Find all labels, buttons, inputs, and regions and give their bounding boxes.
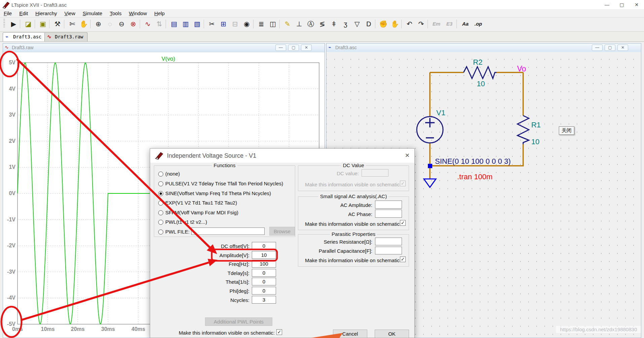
dialog-titlebar[interactable]: Independent Voltage Source - V1 ✕: [150, 149, 414, 163]
v1-ref-label[interactable]: V1: [436, 109, 445, 117]
resistor-r2[interactable]: [464, 67, 497, 79]
move-icon[interactable]: ✊: [378, 19, 388, 29]
schem-minimize-button[interactable]: —: [592, 44, 603, 51]
menu-hierarchy[interactable]: Hierarchy: [32, 10, 61, 17]
function-option-exp[interactable]: EXP(V1 V2 Td1 Tau1 Td2 Tau2): [158, 200, 237, 207]
print-preview-icon[interactable]: ◫: [268, 19, 278, 29]
plot-settings-icon[interactable]: ⇅: [154, 19, 164, 29]
r1-value-label[interactable]: 10: [531, 137, 539, 146]
sine-visible-checkbox[interactable]: [276, 329, 282, 335]
ac-amplitude-input[interactable]: [375, 201, 402, 209]
zoom-in-icon[interactable]: ⊕: [93, 19, 103, 29]
theta-input[interactable]: [252, 278, 276, 285]
additional-pwl-button[interactable]: Additional PWL Points: [205, 317, 272, 326]
voltage-source-v1[interactable]: [417, 117, 443, 143]
resistor-r1[interactable]: [517, 116, 529, 144]
vo-net-label[interactable]: Vo: [517, 64, 526, 73]
find-icon[interactable]: ◉: [242, 19, 252, 29]
diode-icon[interactable]: ▽: [352, 19, 362, 29]
zoom-full-extents-icon[interactable]: ⊗: [128, 19, 138, 29]
radio-icon[interactable]: [158, 210, 163, 215]
rotate-icon[interactable]: E3: [444, 19, 455, 29]
menu-view[interactable]: View: [61, 10, 79, 17]
undo-icon[interactable]: ↶: [405, 19, 415, 29]
menu-window[interactable]: Window: [125, 10, 150, 17]
freq-input[interactable]: [252, 260, 276, 268]
ok-button[interactable]: OK: [375, 330, 409, 338]
spice-directive-icon[interactable]: .op: [473, 19, 484, 29]
menu-file[interactable]: File: [0, 10, 15, 17]
parasitic-visible-checkbox[interactable]: [400, 256, 406, 262]
draft-wire-icon[interactable]: ✎: [282, 19, 293, 29]
control-panel-icon[interactable]: ⚒: [53, 19, 63, 29]
series-resistance-input[interactable]: [375, 238, 402, 245]
save-icon[interactable]: ▣: [38, 19, 48, 29]
app-minimize-button[interactable]: —: [600, 0, 614, 9]
ac-phase-input[interactable]: [375, 210, 402, 218]
tab-draft3-asc[interactable]: ⌁ Draft3.asc: [3, 32, 46, 41]
tdelay-input[interactable]: [252, 269, 276, 277]
schematic-window-titlebar[interactable]: ⌁ Draft3.asc — ▢ ✕: [327, 43, 641, 52]
menu-tools[interactable]: Tools: [106, 10, 125, 17]
r2-ref-label[interactable]: R2: [473, 58, 482, 66]
redo-icon[interactable]: ↷: [416, 19, 426, 29]
function-option-pwl-file[interactable]: PWL FILE:: [158, 229, 190, 236]
function-option-none[interactable]: (none): [158, 171, 180, 178]
app-maximize-button[interactable]: ▢: [614, 0, 629, 9]
paste-icon[interactable]: ⊟: [230, 19, 240, 29]
run-icon[interactable]: ▶: [8, 19, 19, 29]
menu-help[interactable]: Help: [150, 10, 168, 17]
cancel-button[interactable]: Cancel: [333, 330, 367, 338]
function-option-sffm[interactable]: SFFM(Voff Vamp Fcar MDI Fsig): [158, 210, 238, 216]
resistor-icon[interactable]: ≶: [317, 19, 327, 29]
capacitor-icon[interactable]: ǂ: [329, 19, 339, 29]
ncycles-input[interactable]: [252, 296, 276, 304]
dialog-close-icon[interactable]: ✕: [405, 152, 410, 159]
cut-tool-icon[interactable]: ✄: [67, 19, 77, 29]
dc-value-input[interactable]: [362, 169, 388, 177]
inductor-icon[interactable]: ʒ: [340, 19, 350, 29]
phi-input[interactable]: [252, 287, 276, 295]
app-close-button[interactable]: ✕: [629, 0, 644, 9]
ac-visible-checkbox[interactable]: [400, 220, 406, 226]
schem-close-button[interactable]: ✕: [617, 44, 628, 51]
browse-button[interactable]: Browse: [269, 227, 295, 236]
radio-icon[interactable]: [158, 181, 163, 186]
cascade-icon[interactable]: ▧: [192, 19, 202, 29]
ground-symbol[interactable]: [424, 179, 436, 187]
tile-vertical-icon[interactable]: ▥: [180, 19, 191, 29]
node-junction[interactable]: [428, 164, 432, 168]
radio-icon[interactable]: [158, 172, 163, 177]
parallel-capacitance-input[interactable]: [375, 247, 402, 254]
open-folder-icon[interactable]: ◪: [23, 19, 33, 29]
function-option-sine[interactable]: SINE(Voffset Vamp Freq Td Theta Phi Ncyc…: [158, 190, 271, 197]
plot-restore-button[interactable]: ▢: [288, 44, 299, 51]
mirror-icon[interactable]: Em: [431, 19, 442, 29]
function-option-pwl[interactable]: PWL(t1 v1 t2 v2...): [158, 219, 207, 226]
zoom-back-icon[interactable]: ◌: [105, 19, 115, 29]
print-icon[interactable]: ≣: [256, 19, 266, 29]
net-label-icon[interactable]: Ⓐ: [306, 19, 316, 29]
r1-ref-label[interactable]: R1: [531, 121, 541, 129]
tran-directive-text[interactable]: .tran 100m: [457, 173, 493, 181]
plot-minimize-button[interactable]: —: [275, 44, 286, 51]
dc-visible-checkbox[interactable]: [400, 181, 406, 186]
tile-horizontal-icon[interactable]: ▤: [169, 19, 179, 29]
dc-offset-input[interactable]: [252, 242, 276, 250]
drag-icon[interactable]: ✋: [390, 19, 400, 29]
amplitude-input[interactable]: [252, 251, 276, 259]
tab-draft3-raw[interactable]: ∿ Draft3.raw: [44, 32, 88, 41]
pwl-file-input[interactable]: [191, 227, 265, 235]
copy-icon[interactable]: ⊞: [218, 19, 229, 29]
text-icon[interactable]: Aa: [460, 19, 471, 29]
trace-title[interactable]: V(vo): [162, 56, 175, 62]
radio-icon[interactable]: [158, 229, 163, 235]
component-icon[interactable]: D: [364, 19, 374, 29]
cut-icon[interactable]: ✂: [207, 19, 217, 29]
radio-icon[interactable]: [158, 220, 163, 225]
autorange-icon[interactable]: ∿: [143, 19, 153, 29]
waveform-window-titlebar[interactable]: ∿ Draft3.raw — ▢ ✕: [3, 43, 325, 52]
menu-simulate[interactable]: Simulate: [79, 10, 106, 17]
pause-icon[interactable]: ✋: [79, 19, 89, 29]
radio-icon[interactable]: [158, 191, 163, 196]
